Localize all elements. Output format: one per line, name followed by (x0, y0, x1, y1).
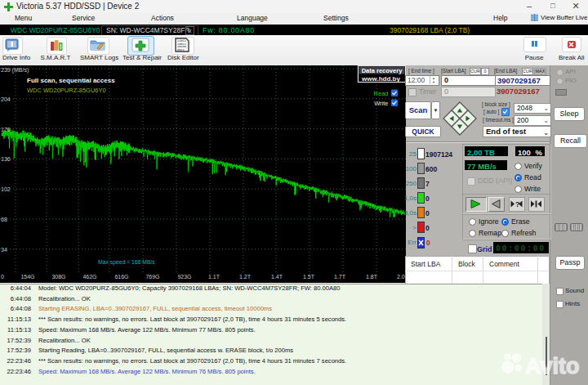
svg-text:1.8T: 1.8T (366, 274, 378, 280)
svg-text:Full scan, sequential access: Full scan, sequential access (27, 77, 115, 84)
svg-text:462G: 462G (82, 274, 96, 280)
svg-text:WDC WD20PURZ-85GU6Y0: WDC WD20PURZ-85GU6Y0 (27, 87, 106, 94)
svg-text:Max speed = 168 MB/s: Max speed = 168 MB/s (98, 259, 155, 266)
svg-text:1.1T: 1.1T (208, 274, 220, 280)
svg-text:102: 102 (1, 186, 11, 192)
svg-text:1.5T: 1.5T (303, 274, 315, 280)
svg-text:Data recovery: Data recovery (362, 67, 403, 74)
svg-text:68: 68 (1, 217, 7, 222)
svg-text:170: 170 (1, 127, 11, 132)
svg-text:Avito: Avito (525, 354, 580, 378)
svg-text:1.7T: 1.7T (334, 274, 346, 280)
svg-text:204: 204 (1, 96, 11, 102)
svg-text:www.hdd.by: www.hdd.by (361, 75, 400, 83)
svg-text:34: 34 (1, 247, 7, 253)
svg-text:0: 0 (1, 274, 4, 280)
svg-text:1.2T: 1.2T (239, 274, 252, 280)
svg-text:616G: 616G (114, 274, 128, 280)
svg-text:136: 136 (1, 156, 11, 162)
svg-text:769G: 769G (145, 274, 159, 280)
svg-text:308G: 308G (51, 274, 65, 280)
svg-text:Read: Read (374, 90, 389, 97)
svg-text:0011: 0011 (177, 48, 185, 51)
svg-text:Write: Write (374, 100, 388, 107)
svg-text:1.4T: 1.4T (271, 274, 283, 280)
svg-text:154G: 154G (20, 274, 34, 280)
svg-text:239 (MB/s): 239 (MB/s) (1, 67, 29, 74)
svg-text:923G: 923G (177, 274, 191, 280)
